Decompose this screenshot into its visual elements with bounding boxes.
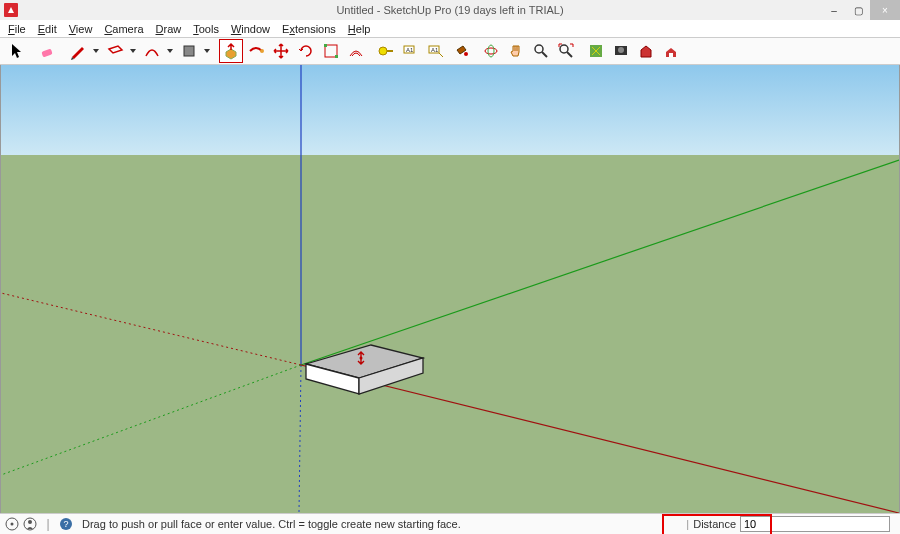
follow-me-tool-icon[interactable] bbox=[244, 39, 268, 63]
svg-point-7 bbox=[379, 47, 387, 55]
select-tool-icon[interactable] bbox=[6, 39, 30, 63]
svg-point-27 bbox=[360, 357, 363, 360]
zoom-extents-tool-icon[interactable] bbox=[554, 39, 578, 63]
svg-text:A1: A1 bbox=[406, 47, 414, 53]
menu-draw[interactable]: Draw bbox=[150, 22, 188, 36]
svg-point-3 bbox=[260, 49, 264, 53]
menu-file[interactable]: File bbox=[2, 22, 32, 36]
model-box bbox=[306, 345, 423, 394]
help-icon[interactable]: ? bbox=[58, 516, 74, 532]
menu-help[interactable]: Help bbox=[342, 22, 377, 36]
zoom-tool-icon[interactable] bbox=[529, 39, 553, 63]
svg-line-25 bbox=[301, 365, 899, 513]
polygon-tool-icon[interactable] bbox=[177, 39, 201, 63]
maximize-button[interactable]: ▢ bbox=[846, 0, 870, 20]
pencil-tool-icon[interactable] bbox=[66, 39, 90, 63]
credits-icon[interactable] bbox=[22, 516, 38, 532]
viewport-3d[interactable] bbox=[0, 65, 900, 513]
menu-edit[interactable]: Edit bbox=[32, 22, 63, 36]
app-icon bbox=[4, 3, 18, 17]
menu-camera[interactable]: Camera bbox=[98, 22, 149, 36]
scale-tool-icon[interactable] bbox=[319, 39, 343, 63]
get-models-tool-icon[interactable] bbox=[634, 39, 658, 63]
polygon-dropdown-icon[interactable] bbox=[202, 49, 211, 53]
svg-point-13 bbox=[485, 48, 497, 54]
svg-rect-1 bbox=[41, 48, 52, 57]
dimension-tool-icon[interactable]: A1 bbox=[424, 39, 448, 63]
status-bar: | ? Drag to push or pull face or enter v… bbox=[0, 513, 900, 534]
tape-measure-tool-icon[interactable] bbox=[374, 39, 398, 63]
axes-and-model bbox=[1, 65, 899, 513]
push-pull-tool-icon[interactable] bbox=[219, 39, 243, 63]
add-location-tool-icon[interactable] bbox=[584, 39, 608, 63]
menu-view[interactable]: View bbox=[63, 22, 99, 36]
svg-line-24 bbox=[1, 365, 301, 475]
orbit-tool-icon[interactable] bbox=[479, 39, 503, 63]
preview-3d-tool-icon[interactable] bbox=[609, 39, 633, 63]
svg-line-26 bbox=[1, 293, 301, 365]
svg-rect-5 bbox=[324, 44, 327, 47]
close-button[interactable]: × bbox=[870, 0, 900, 20]
toolbar: A1 A1 bbox=[0, 37, 900, 65]
title-bar: Untitled - SketchUp Pro (19 days left in… bbox=[0, 0, 900, 20]
svg-text:?: ? bbox=[63, 519, 68, 529]
move-tool-icon[interactable] bbox=[269, 39, 293, 63]
arc-tool-icon[interactable] bbox=[140, 39, 164, 63]
svg-rect-6 bbox=[335, 55, 338, 58]
svg-point-14 bbox=[488, 45, 494, 57]
svg-rect-2 bbox=[184, 46, 194, 56]
window-title: Untitled - SketchUp Pro (19 days left in… bbox=[336, 4, 563, 16]
vcb-input[interactable] bbox=[740, 516, 890, 532]
status-divider: | bbox=[40, 516, 56, 532]
extension-warehouse-tool-icon[interactable] bbox=[659, 39, 683, 63]
geo-location-icon[interactable] bbox=[4, 516, 20, 532]
menu-tools[interactable]: Tools bbox=[187, 22, 225, 36]
menu-extensions[interactable]: Extensions bbox=[276, 22, 342, 36]
menu-bar: File Edit View Camera Draw Tools Window … bbox=[0, 20, 900, 37]
svg-point-19 bbox=[618, 47, 624, 53]
menu-window[interactable]: Window bbox=[225, 22, 276, 36]
vcb-label: Distance bbox=[693, 518, 736, 530]
minimize-button[interactable]: – bbox=[822, 0, 846, 20]
svg-point-29 bbox=[11, 523, 14, 526]
pan-tool-icon[interactable] bbox=[504, 39, 528, 63]
svg-point-31 bbox=[28, 520, 32, 524]
svg-line-22 bbox=[299, 365, 301, 513]
window-controls: – ▢ × bbox=[822, 0, 900, 20]
svg-line-23 bbox=[301, 160, 899, 365]
arc-dropdown-icon[interactable] bbox=[165, 49, 174, 53]
measurements-box: | Distance bbox=[680, 516, 896, 532]
offset-tool-icon[interactable] bbox=[344, 39, 368, 63]
pencil-dropdown-icon[interactable] bbox=[91, 49, 100, 53]
svg-point-12 bbox=[464, 52, 468, 56]
status-hint-text: Drag to push or pull face or enter value… bbox=[82, 518, 680, 530]
svg-point-15 bbox=[535, 45, 543, 53]
rotate-tool-icon[interactable] bbox=[294, 39, 318, 63]
svg-rect-20 bbox=[669, 53, 673, 57]
shape-dropdown-icon[interactable] bbox=[128, 49, 137, 53]
paint-bucket-tool-icon[interactable] bbox=[449, 39, 473, 63]
svg-text:A1: A1 bbox=[431, 47, 439, 53]
text-tool-icon[interactable]: A1 bbox=[399, 39, 423, 63]
eraser-tool-icon[interactable] bbox=[36, 39, 60, 63]
svg-point-16 bbox=[560, 45, 568, 53]
status-icons: | ? bbox=[4, 516, 74, 532]
rectangle-tool-icon[interactable] bbox=[103, 39, 127, 63]
